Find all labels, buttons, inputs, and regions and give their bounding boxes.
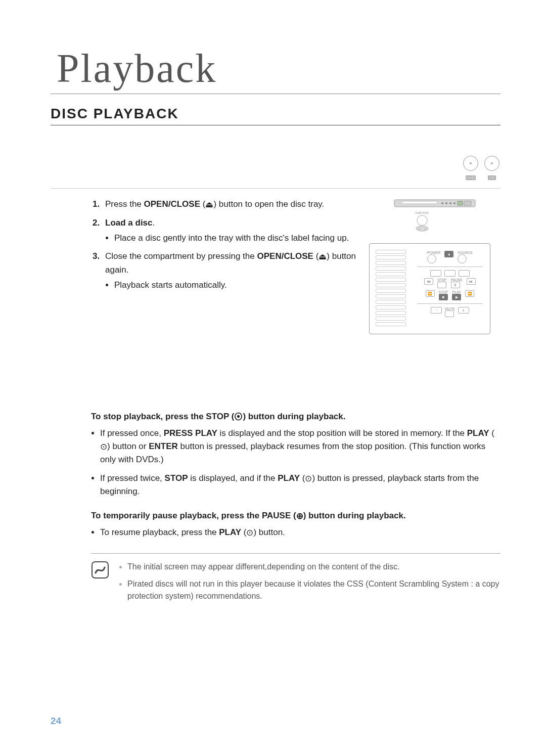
pause-label: PAUSE	[262, 511, 291, 520]
text: .	[153, 218, 155, 228]
illustrations-column: FUNCTION ◁ ▷ POWER	[369, 198, 500, 334]
open-close-label: OPEN/CLOSE	[257, 251, 313, 261]
stop-bullets: If pressed once, PRESS PLAY is displayed…	[91, 427, 500, 499]
text: (	[313, 251, 318, 261]
disc-type-badges: DVD CD	[51, 156, 500, 181]
step-icon	[437, 282, 446, 288]
svg-text:◁: ◁	[418, 227, 420, 230]
text: (	[200, 199, 205, 209]
button-icon	[430, 270, 441, 277]
text: is displayed and the stop position will …	[217, 428, 467, 438]
chapter-title: Playback	[51, 46, 500, 94]
play-label: PLAY	[278, 473, 300, 483]
body-section: To stop playback, press the STOP (⦿) but…	[51, 410, 500, 617]
svg-point-8	[417, 215, 427, 226]
text: To resume playback, press the	[100, 527, 219, 537]
svg-point-2	[441, 202, 443, 204]
eject-button-icon: ▲	[444, 251, 453, 257]
step-2-bullets: Place a disc gently into the tray with t…	[105, 232, 357, 245]
note-item: The initial screen may appear different,…	[127, 561, 500, 573]
svg-text:▷: ▷	[424, 227, 426, 230]
open-close-label: OPEN/CLOSE	[144, 199, 200, 209]
play-label: PLAY	[467, 428, 489, 438]
text: Press the	[105, 199, 144, 209]
text: Close the compartment by pressing the	[105, 251, 257, 261]
svg-rect-6	[458, 201, 463, 205]
text: To stop playback, press the	[91, 412, 206, 421]
text: is displayed, and if the	[188, 473, 278, 483]
text: ) button during playback.	[303, 511, 406, 520]
source-label: SOURCE	[458, 251, 473, 254]
prev-icon: ⏮	[424, 278, 433, 285]
text: ) button.	[253, 527, 285, 537]
step-1: Press the OPEN/CLOSE (⏏) button to open …	[102, 198, 357, 211]
text: (	[291, 511, 296, 520]
source-button-icon	[458, 254, 467, 263]
notes-box: The initial screen may appear different,…	[91, 553, 500, 617]
mute-icon	[445, 310, 454, 317]
press-play-label: PRESS PLAY	[164, 428, 217, 438]
steps-list: Press the OPEN/CLOSE (⏏) button to open …	[91, 198, 357, 292]
text: ) button during playback.	[243, 412, 345, 421]
eject-icon: ⏏	[318, 252, 327, 261]
text: If pressed once,	[100, 428, 164, 438]
text: ) button or	[107, 441, 149, 451]
next-icon: ⏭	[467, 278, 476, 285]
rew-icon: ⏪	[426, 290, 435, 297]
badge-cd: CD	[483, 156, 500, 181]
bullet: If pressed once, PRESS PLAY is displayed…	[100, 427, 500, 467]
pause-icon: ⏸	[451, 282, 460, 288]
svg-point-5	[453, 202, 456, 204]
stop-icon: ■	[439, 294, 448, 300]
button-icon	[444, 270, 456, 277]
remote-right-panel: POWER ▲ SOURCE	[417, 249, 483, 317]
text: (	[229, 412, 234, 421]
page-number: 24	[51, 716, 61, 727]
pause-bullets: To resume playback, press the PLAY (⊙) b…	[91, 526, 500, 539]
remote-illustration: POWER ▲ SOURCE	[369, 243, 490, 334]
disc-icon	[463, 156, 478, 171]
text: (	[300, 473, 305, 483]
pause-label: PAUSE	[451, 278, 463, 282]
divider	[51, 188, 500, 189]
bullet: Playback starts automatically.	[114, 279, 357, 292]
stop-label: STOP	[439, 290, 448, 294]
step-label: STEP	[437, 278, 446, 282]
power-label: POWER	[427, 251, 440, 254]
disc-icon	[484, 156, 499, 171]
load-disc-label: Load a disc	[105, 218, 153, 228]
pause-icon: ⊕	[296, 512, 303, 520]
vol-up-icon: ∧	[458, 307, 469, 314]
steps-column: Press the OPEN/CLOSE (⏏) button to open …	[51, 198, 357, 334]
play-label: PLAY	[452, 290, 461, 294]
svg-point-3	[445, 202, 447, 204]
svg-rect-7	[464, 201, 471, 205]
play-icon: ⊙	[305, 474, 312, 483]
page: Playback DISC PLAYBACK DVD CD Press the …	[0, 0, 546, 756]
step-2: Load a disc. Place a disc gently into th…	[102, 216, 357, 245]
enter-label: ENTER	[149, 441, 178, 451]
badge-dvd: DVD	[462, 156, 479, 181]
text: ) button to open the disc tray.	[213, 199, 324, 209]
text: (	[241, 527, 246, 537]
button-icon	[459, 270, 470, 277]
vol-down-icon: −	[431, 307, 442, 314]
badge-label: CD	[488, 175, 496, 180]
steps-row: Press the OPEN/CLOSE (⏏) button to open …	[51, 198, 500, 334]
step-3-bullets: Playback starts automatically.	[105, 279, 357, 292]
mute-label: MUTE	[445, 307, 455, 310]
bullet: If pressed twice, STOP is displayed, and…	[100, 472, 500, 499]
ff-icon: ⏩	[465, 290, 474, 297]
stop-label: STOP	[206, 412, 229, 421]
text: To temporarily pause playback, press the	[91, 511, 262, 520]
stop-heading: To stop playback, press the STOP (⦿) but…	[91, 410, 500, 423]
stop-label: STOP	[165, 473, 188, 483]
text: (	[489, 428, 494, 438]
notes-list: The initial screen may appear different,…	[118, 561, 500, 607]
svg-point-4	[449, 202, 451, 204]
bullet: Place a disc gently into the tray with t…	[114, 232, 357, 245]
play-icon: ▶	[452, 294, 461, 300]
stop-icon: ⦿	[234, 413, 243, 421]
bullet: To resume playback, press the PLAY (⊙) b…	[100, 526, 500, 539]
remote-left-buttons	[376, 250, 406, 326]
